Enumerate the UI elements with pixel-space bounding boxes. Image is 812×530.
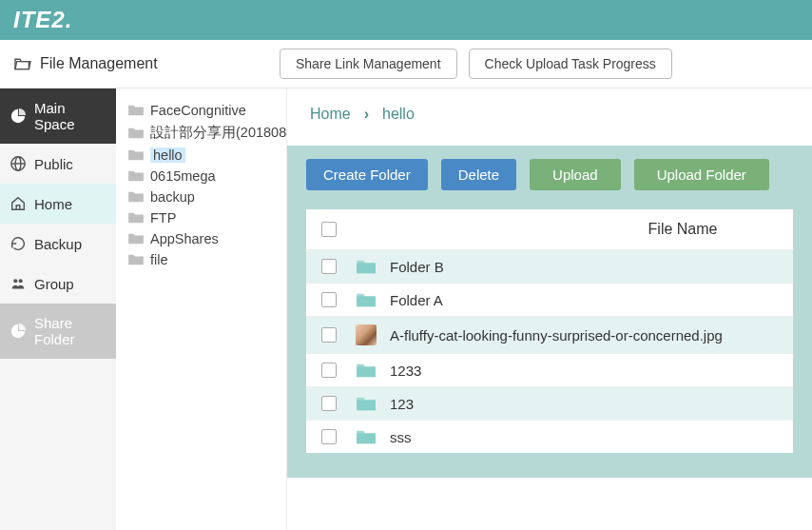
create-folder-button[interactable]: Create Folder (306, 159, 428, 190)
table-row[interactable]: 1233 (306, 353, 793, 386)
folder-icon (127, 127, 145, 140)
action-buttons: Create Folder Delete Upload Upload Folde… (306, 159, 793, 190)
share-link-mgmt-button[interactable]: Share Link Management (280, 49, 457, 79)
breadcrumb-home[interactable]: Home (310, 106, 351, 123)
check-upload-progress-button[interactable]: Check Upload Task Progress (469, 49, 672, 79)
pie-icon (10, 323, 27, 340)
chevron-right-icon: › (364, 106, 369, 123)
file-name: sss (390, 429, 412, 445)
tree-item-label: FTP (150, 210, 176, 226)
svg-point-2 (13, 279, 17, 283)
folder-icon (356, 395, 377, 412)
folder-icon (127, 232, 145, 245)
sidebar-item-group[interactable]: Group (0, 264, 116, 304)
sidebar-item-home[interactable]: Home (0, 184, 116, 224)
folder-icon (356, 362, 377, 379)
sidebar-item-main-space[interactable]: Main Space (0, 88, 116, 144)
home-icon (10, 195, 27, 212)
row-checkbox[interactable] (321, 292, 337, 307)
folder-icon (127, 148, 145, 162)
row-checkbox[interactable] (321, 396, 337, 411)
tree-item-label: 設計部分享用(201808 (150, 124, 286, 142)
file-name: Folder B (390, 259, 444, 275)
sidebar-item-backup[interactable]: Backup (0, 224, 116, 264)
globe-icon (10, 155, 27, 172)
content-area: Home › hello Create Folder Delete Upload… (287, 88, 812, 530)
table-row[interactable]: A-fluffy-cat-looking-funny-surprised-or-… (306, 316, 793, 353)
tree-item-label: AppShares (150, 231, 219, 246)
folder-icon (356, 428, 377, 445)
pie-icon (10, 108, 27, 125)
tree-item[interactable]: file (124, 249, 286, 270)
select-all-checkbox[interactable] (321, 222, 337, 237)
folder-icon (127, 169, 145, 183)
sidebar-item-share-folder[interactable]: Share Folder (0, 304, 116, 359)
table-header: File Name (306, 209, 793, 249)
delete-button[interactable]: Delete (441, 159, 516, 190)
upload-folder-button[interactable]: Upload Folder (634, 159, 769, 190)
sidebar-item-label: Share Folder (34, 315, 106, 347)
row-checkbox[interactable] (321, 363, 337, 378)
folder-icon (356, 291, 377, 308)
tree-item[interactable]: 0615mega (124, 166, 286, 186)
folder-icon (127, 104, 145, 117)
page-title-text: File Management (40, 55, 158, 72)
sidebar-item-label: Main Space (34, 100, 106, 132)
sidebar-item-label: Group (34, 276, 74, 292)
tree-item[interactable]: backup (124, 186, 286, 207)
group-icon (10, 275, 27, 292)
folder-icon (127, 211, 145, 225)
backup-icon (10, 235, 27, 252)
image-thumbnail (356, 324, 377, 345)
breadcrumb-current[interactable]: hello (382, 106, 415, 123)
sidebar-item-label: Home (34, 196, 72, 212)
action-panel: Create Folder Delete Upload Upload Folde… (287, 146, 812, 478)
folder-tree: FaceCongnitive 設計部分享用(201808 hello 0615m… (116, 88, 287, 530)
tree-item-label: 0615mega (150, 168, 216, 184)
file-name: Folder A (390, 292, 443, 308)
tree-item[interactable]: 設計部分享用(201808 (124, 121, 286, 145)
tree-item-selected[interactable]: hello (124, 145, 286, 166)
folder-icon (356, 258, 377, 275)
file-table: File Name Folder BFolder AA-fluffy-cat-l… (306, 209, 793, 453)
tree-item-label: hello (150, 147, 185, 163)
svg-point-3 (19, 279, 23, 283)
folder-open-icon (13, 56, 32, 71)
folder-icon (127, 253, 145, 266)
table-row[interactable]: sss (306, 420, 793, 453)
folder-icon (127, 190, 145, 204)
tree-item[interactable]: FTP (124, 207, 286, 228)
file-name: 1233 (390, 363, 421, 379)
row-checkbox[interactable] (321, 327, 337, 343)
file-name: A-fluffy-cat-looking-funny-surprised-or-… (390, 327, 723, 344)
tree-item-label: file (150, 252, 168, 267)
tree-item-label: FaceCongnitive (150, 103, 246, 118)
secondary-bar: File Management Share Link Management Ch… (0, 40, 812, 88)
table-row[interactable]: Folder A (306, 283, 793, 316)
sidebar-item-label: Backup (34, 236, 82, 252)
upload-button[interactable]: Upload (530, 159, 621, 190)
main-row: Main Space Public Home Backup Group Shar… (0, 88, 812, 530)
tree-item[interactable]: FaceCongnitive (124, 100, 286, 121)
table-row[interactable]: Folder B (306, 249, 793, 283)
tree-item[interactable]: AppShares (124, 228, 286, 249)
sidebar-nav: Main Space Public Home Backup Group Shar… (0, 88, 116, 530)
brand-logo: ITE2. (13, 7, 72, 33)
column-header-name[interactable]: File Name (359, 221, 778, 238)
row-checkbox[interactable] (321, 429, 337, 444)
breadcrumb: Home › hello (287, 88, 812, 146)
page-title: File Management (13, 55, 280, 72)
sidebar-item-public[interactable]: Public (0, 144, 116, 184)
row-checkbox[interactable] (321, 259, 337, 274)
table-row[interactable]: 123 (306, 386, 793, 420)
file-name: 123 (390, 396, 414, 412)
tree-item-label: backup (150, 189, 195, 205)
top-bar: ITE2. (0, 0, 812, 40)
sidebar-item-label: Public (34, 156, 73, 172)
